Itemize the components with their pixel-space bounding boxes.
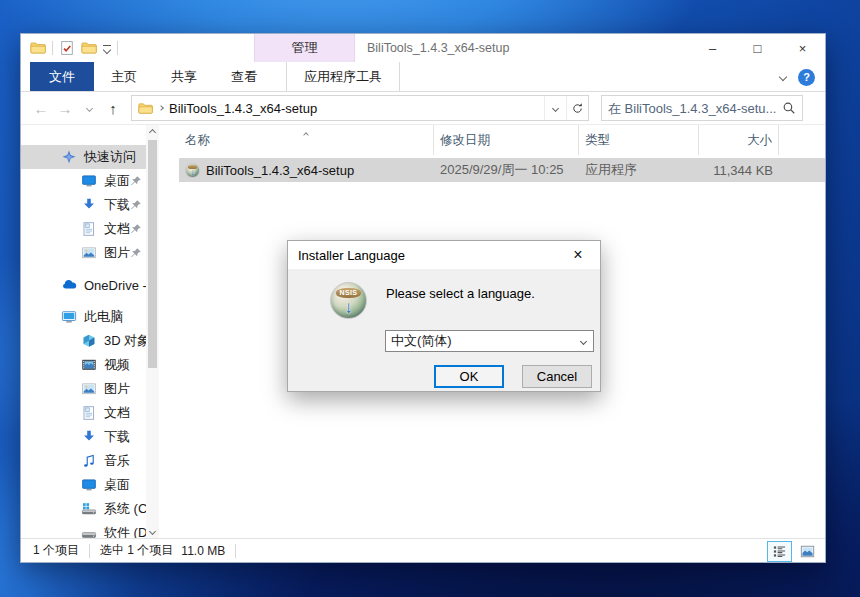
desktop-icon — [81, 173, 97, 189]
column-header[interactable]: 大小 — [699, 125, 779, 155]
address-dropdown-icon[interactable] — [544, 96, 566, 120]
download-icon — [81, 197, 97, 213]
column-header-label: 名称 — [185, 132, 210, 149]
title-bar: 管理 BiliTools_1.4.3_x64-setup – □ × — [21, 34, 825, 62]
sidebar-item-label: OneDrive - — [84, 278, 146, 293]
sidebar-item-label: 桌面 — [104, 172, 130, 190]
dialog-close-icon[interactable]: × — [556, 241, 600, 269]
sidebar-item[interactable]: 音乐 — [21, 449, 146, 473]
ribbon-tab-1[interactable]: 主页 — [94, 62, 154, 91]
breadcrumb-chevron-icon — [158, 105, 164, 111]
sidebar-item[interactable]: 视频 — [21, 353, 146, 377]
sidebar-item[interactable]: 下载 — [21, 425, 146, 449]
status-bar: 1 个项目 选中 1 个项目 11.0 MB — [21, 538, 825, 562]
pin-icon — [130, 223, 142, 235]
sidebar-item-label: 下载 — [104, 196, 130, 214]
refresh-icon[interactable] — [566, 96, 588, 120]
search-input[interactable] — [608, 101, 782, 116]
sidebar-item-label: 快速访问 — [84, 148, 136, 166]
window-title: BiliTools_1.4.3_x64-setup — [367, 34, 509, 62]
sidebar-item[interactable]: 快速访问 — [21, 145, 146, 169]
details-view-button[interactable] — [767, 541, 792, 562]
column-header[interactable]: 名称 — [179, 125, 434, 155]
sidebar-item[interactable]: 文档 — [21, 401, 146, 425]
sidebar-item[interactable]: 系统 (C:) — [21, 497, 146, 521]
file-type: 应用程序 — [579, 161, 699, 179]
ok-button[interactable]: OK — [434, 365, 504, 388]
sidebar-item[interactable]: 文档 — [21, 217, 146, 241]
nsis-label: NSIS — [336, 288, 361, 297]
sidebar-item[interactable]: 图片 — [21, 241, 146, 265]
scroll-up-icon[interactable] — [150, 125, 155, 139]
pin-icon — [130, 199, 142, 211]
scroll-down-icon[interactable] — [150, 524, 155, 538]
ribbon-tab-3[interactable]: 查看 — [214, 62, 274, 91]
desktop-icon — [81, 477, 97, 493]
column-header[interactable]: 修改日期 — [434, 125, 579, 155]
separator — [117, 41, 118, 55]
sidebar-item-label: 文档 — [104, 404, 130, 422]
sidebar-item-label: 图片 — [104, 244, 130, 262]
ribbon-tab-2[interactable]: 共享 — [154, 62, 214, 91]
ribbon-right-controls: ? — [780, 62, 815, 92]
folder-icon[interactable] — [30, 40, 46, 56]
search-box[interactable] — [601, 95, 803, 121]
sidebar-item-label: 软件 (D:) — [104, 524, 146, 538]
sidebar-item-label: 3D 对象 — [104, 332, 146, 350]
sidebar-item[interactable]: 软件 (D:) — [21, 521, 146, 538]
help-icon[interactable]: ? — [798, 69, 815, 86]
dialog-title: Installer Language — [298, 248, 405, 263]
expand-ribbon-icon[interactable] — [779, 73, 787, 81]
sidebar-item-label: 系统 (C:) — [104, 500, 146, 518]
pin-icon — [130, 247, 142, 259]
picture-icon — [81, 381, 97, 397]
sidebar-item-label: 图片 — [104, 380, 130, 398]
sidebar-scrollbar[interactable] — [146, 125, 159, 538]
address-bar[interactable]: BiliTools_1.4.3_x64-setup — [131, 95, 589, 121]
videos-icon — [81, 357, 97, 373]
sidebar-item-label: 视频 — [104, 356, 130, 374]
close-icon[interactable]: × — [780, 34, 825, 62]
back-icon[interactable]: ← — [29, 100, 53, 117]
dialog-message: Please select a language. — [386, 286, 535, 301]
separator — [52, 41, 53, 55]
cube-icon — [81, 333, 97, 349]
language-select[interactable]: 中文(简体) — [385, 330, 594, 352]
separator — [235, 544, 236, 558]
sidebar-item[interactable]: 桌面 — [21, 169, 146, 193]
file-row[interactable]: ↓BiliTools_1.4.3_x64-setup2025/9/29/周一 1… — [179, 158, 825, 182]
breadcrumb[interactable]: BiliTools_1.4.3_x64-setup — [132, 101, 544, 116]
nsis-installer-file-icon: ↓ — [185, 163, 200, 178]
thumbnails-view-button[interactable] — [795, 541, 820, 562]
forward-icon[interactable]: → — [53, 100, 77, 117]
sidebar-item[interactable]: 此电脑 — [21, 305, 146, 329]
sidebar-item[interactable]: 桌面 — [21, 473, 146, 497]
ribbon-tab-4[interactable]: 应用程序工具 — [286, 62, 400, 91]
sidebar-item[interactable]: 图片 — [21, 377, 146, 401]
sidebar-item[interactable]: 3D 对象 — [21, 329, 146, 353]
column-header[interactable]: 类型 — [579, 125, 699, 155]
recent-locations-icon[interactable] — [77, 106, 101, 111]
search-icon[interactable] — [782, 101, 796, 115]
maximize-icon[interactable]: □ — [735, 34, 780, 62]
drive-icon — [81, 525, 97, 538]
folder-icon — [138, 101, 153, 116]
sidebar-item[interactable]: OneDrive - — [21, 273, 146, 297]
dialog-title-bar[interactable]: Installer Language — [288, 241, 600, 269]
customize-toolbar-icon[interactable] — [103, 43, 111, 53]
sidebar-item-label: 此电脑 — [84, 308, 123, 326]
installer-language-dialog: Installer Language × NSIS ↓ Please selec… — [287, 240, 601, 392]
properties-icon[interactable] — [59, 40, 75, 56]
scrollbar-thumb[interactable] — [148, 140, 157, 368]
contextual-tab-group[interactable]: 管理 — [254, 34, 355, 62]
cancel-button[interactable]: Cancel — [522, 365, 592, 388]
selection-size: 11.0 MB — [181, 544, 225, 558]
ribbon-tab-file[interactable]: 文件 — [30, 62, 94, 91]
new-folder-icon[interactable] — [81, 40, 97, 56]
up-icon[interactable]: ↑ — [101, 100, 125, 117]
breadcrumb-path: BiliTools_1.4.3_x64-setup — [169, 101, 317, 116]
sidebar-item[interactable]: 下载 — [21, 193, 146, 217]
minimize-icon[interactable]: – — [690, 34, 735, 62]
download-icon — [81, 429, 97, 445]
column-header-label: 大小 — [747, 132, 772, 149]
